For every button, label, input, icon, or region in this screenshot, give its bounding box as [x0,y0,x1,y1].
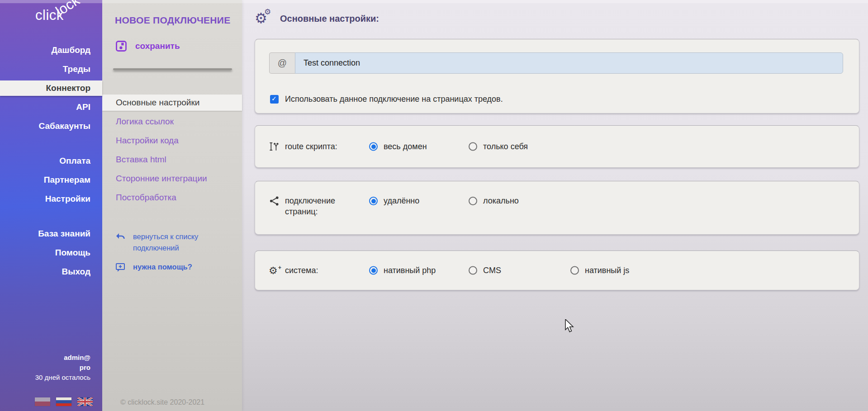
pages-connection-label: подключение страниц: [269,195,364,217]
connection-name-group: @ [269,52,843,74]
connection-settings-menu: Основные настройки Логика ссылок Настрой… [102,93,242,207]
russia-flag-icon[interactable] [56,397,71,406]
sidebar-item-threads[interactable]: Треды [0,60,102,79]
panel-divider [113,68,232,70]
poland-flag-icon[interactable] [35,397,50,406]
radio-icon [469,197,477,205]
page-title: Основные настройки: [280,14,379,24]
panel-title: НОВОЕ ПОДКЛЮЧЕНИЕ [115,15,231,26]
share-icon [269,195,280,207]
radio-icon [570,266,579,275]
menu-item-postprocessing[interactable]: Постобработка [102,188,242,207]
sidebar-item-logout[interactable]: Выход [0,262,102,281]
sidebar-item-payment[interactable]: Оплата [0,151,102,170]
account-info: admin@ pro 30 дней осталось [35,353,90,383]
at-sign-addon: @ [269,52,295,74]
script-route-card: route скрипта: весь домен только себя [255,125,859,168]
sidebar-nav: Дашборд Треды Коннектор API Сабакаунты О… [0,41,102,281]
gears-icon: ⚙⚙ [255,11,273,26]
sidebar-item-knowledge-base[interactable]: База знаний [0,224,102,243]
save-button[interactable]: сохранить [115,40,180,52]
menu-item-code-settings[interactable]: Настройки кода [102,131,242,150]
connection-panel: НОВОЕ ПОДКЛЮЧЕНИЕ сохранить Основные нас… [102,0,242,411]
menu-item-main-settings[interactable]: Основные настройки [102,94,242,111]
account-plan: pro [35,363,90,373]
sidebar-item-api[interactable]: API [0,98,102,117]
uk-flag-icon[interactable] [77,397,93,406]
connection-name-input[interactable] [295,52,843,74]
account-email: admin@ [35,353,90,363]
radio-icon [369,197,378,205]
gear-plus-icon: ⚙+ [269,265,280,276]
content-header: ⚙⚙ Основные настройки: [255,11,379,26]
sidebar-item-subaccounts[interactable]: Сабакаунты [0,117,102,136]
pages-connection-card: подключение страниц: удалённо локально [255,181,859,235]
radio-icon [369,142,378,151]
clicklock-logo[interactable]: clicklock [35,7,89,24]
main-content: ⚙⚙ Основные настройки: @ Использовать да… [242,0,868,411]
help-link-label: нужна помощь? [133,261,192,273]
account-days-left: 30 дней осталось [35,373,90,383]
system-card: ⚙+ система: нативный php CMS нативный js [255,250,859,290]
need-help-link[interactable]: нужна помощь? [115,261,192,273]
undo-icon [115,231,126,242]
sidebar-item-settings[interactable]: Настройки [0,189,102,208]
back-to-connections-link[interactable]: вернуться к списку подключений [115,231,223,254]
radio-option-whole-domain[interactable]: весь домен [369,142,427,151]
radio-option-local[interactable]: локально [469,196,519,206]
route-icon [269,141,280,152]
menu-item-link-logic[interactable]: Логика ссылок [102,112,242,131]
radio-icon [469,142,477,151]
mouse-cursor [564,319,574,335]
radio-option-native-php[interactable]: нативный php [369,266,436,275]
sidebar-item-connector[interactable]: Коннектор [0,80,102,96]
sidebar-item-partners[interactable]: Партнерам [0,170,102,189]
radio-icon [369,266,378,275]
radio-option-native-js[interactable]: нативный js [570,266,629,275]
system-label: ⚙+ система: [269,265,318,276]
radio-icon [469,266,477,275]
use-on-threads-row: Использовать данное подключение на стран… [270,94,503,104]
radio-option-cms[interactable]: CMS [469,266,501,275]
menu-item-html-insert[interactable]: Вставка html [102,150,242,169]
save-button-label: сохранить [135,41,180,51]
language-switcher [35,397,93,406]
use-on-threads-label: Использовать данное подключение на стран… [285,94,503,104]
window-top-highlight [0,0,868,3]
script-route-label: route скрипта: [269,141,337,152]
connection-name-card: @ Использовать данное подключение на стр… [255,39,859,113]
add-comment-icon [115,262,126,273]
use-on-threads-checkbox[interactable] [270,95,279,104]
copyright-footer: © clicklock.site 2020-2021 [120,398,204,406]
sidebar: clicklock Дашборд Треды Коннектор API Са… [0,0,102,411]
radio-option-only-self[interactable]: только себя [469,142,528,151]
radio-option-remote[interactable]: удалённо [369,196,419,206]
save-icon [115,40,128,52]
menu-item-integrations[interactable]: Сторонние интеграции [102,169,242,188]
back-link-label: вернуться к списку подключений [133,231,223,254]
sidebar-item-help[interactable]: Помощь [0,243,102,262]
sidebar-item-dashboard[interactable]: Дашборд [0,41,102,60]
